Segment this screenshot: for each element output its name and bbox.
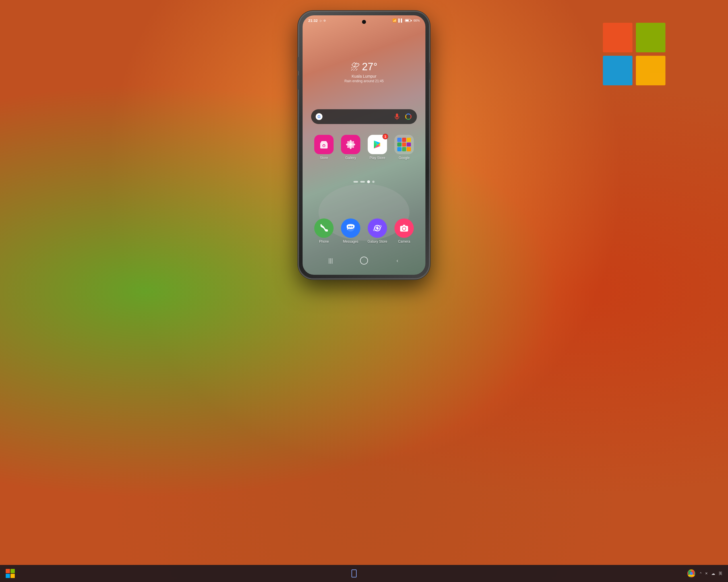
- dock-phone-label: Phone: [319, 239, 329, 244]
- taskbar-phone-icon[interactable]: [348, 568, 360, 579]
- dock-phone[interactable]: Phone: [311, 219, 337, 244]
- page-indicator-dot: [372, 181, 374, 183]
- weather-widget[interactable]: ⛈ 27° Kuala Lumpur Rain ending around 21…: [327, 61, 401, 83]
- weather-description: Rain ending around 21:45: [327, 79, 401, 83]
- windows-logo-pane-red: [603, 23, 632, 52]
- playstore-label: Play Store: [369, 156, 385, 160]
- status-icons: ▷ ⚙: [320, 19, 326, 22]
- dock-galaxy-label: Galaxy Store: [367, 239, 387, 244]
- taskbar-center: [21, 568, 687, 579]
- cloud-icon[interactable]: ☁: [711, 571, 715, 576]
- svg-point-18: [376, 227, 379, 229]
- phone-app-icon: [314, 219, 334, 238]
- home-icon: [360, 257, 368, 264]
- svg-point-22: [403, 227, 406, 230]
- gf-dot-3: [407, 138, 411, 142]
- dock-galaxy[interactable]: Galaxy Store: [365, 219, 390, 244]
- app-icon-wrap-gallery: [341, 135, 360, 154]
- camera-icon: [394, 219, 414, 238]
- gallery-label: Gallery: [345, 156, 356, 160]
- volume-up-button[interactable]: [297, 57, 298, 71]
- gf-dot-4: [397, 143, 401, 147]
- start-icon-blue: [6, 574, 10, 578]
- navigation-bar: ||| ‹: [303, 252, 425, 269]
- taskbar: ^ ✕ ☁ 英: [0, 565, 728, 582]
- battery-indicator: [405, 19, 412, 22]
- wifi-icon: 📶: [392, 19, 397, 23]
- app-store[interactable]: Store: [311, 135, 337, 160]
- app-gallery[interactable]: Gallery: [338, 135, 363, 160]
- playstore-badge: 1: [383, 134, 388, 140]
- taskbar-chrome-icon[interactable]: [687, 570, 695, 578]
- app-icon-wrap-playstore: 1: [368, 135, 387, 154]
- chevron-up-icon[interactable]: ^: [700, 572, 702, 576]
- volume-down-button[interactable]: [297, 75, 298, 90]
- phone: 21:32 ▷ ⚙ 📶 ▌▌ 66%: [298, 11, 430, 279]
- recent-icon: |||: [329, 257, 333, 264]
- power-button[interactable]: [430, 62, 431, 80]
- start-button[interactable]: [6, 569, 15, 578]
- app-grid: Store: [311, 135, 417, 160]
- store-label: Store: [320, 156, 328, 160]
- battery-percent: 66%: [414, 19, 420, 22]
- app-icon-wrap-store: [314, 135, 334, 154]
- svg-rect-0: [396, 113, 398, 118]
- app-playstore[interactable]: 1 Play Store: [365, 135, 390, 160]
- status-right-icons: 📶 ▌▌ 66%: [392, 19, 420, 23]
- weather-temperature: 27°: [362, 61, 378, 73]
- dock-camera-label: Camera: [398, 239, 410, 244]
- taskbar-right: ^ ✕ ☁ 英: [687, 570, 722, 578]
- back-icon: ‹: [396, 258, 398, 264]
- phone-screen: 21:32 ▷ ⚙ 📶 ▌▌ 66%: [303, 15, 425, 275]
- svg-point-15: [350, 226, 352, 228]
- start-icon-red: [6, 569, 10, 573]
- home-button[interactable]: [357, 255, 371, 266]
- gf-dot-2: [402, 138, 406, 142]
- dock-camera[interactable]: Camera: [391, 219, 417, 244]
- start-icon-yellow: [10, 574, 15, 578]
- store-icon: [314, 135, 334, 154]
- app-google-folder[interactable]: Google: [391, 135, 417, 160]
- taskbar-start[interactable]: [6, 569, 15, 578]
- app-icon-wrap-google: [394, 135, 414, 154]
- signal-icon: ▌▌: [398, 19, 403, 23]
- phone-taskbar-rect: [352, 570, 357, 578]
- gf-dot-1: [397, 138, 401, 142]
- search-bar[interactable]: G: [311, 109, 417, 124]
- lens-icon[interactable]: [405, 112, 412, 121]
- page-indicator-dash1: [354, 181, 358, 183]
- play-icon: ▷: [320, 19, 322, 22]
- windows-logo-pane-yellow: [636, 56, 666, 85]
- gf-dot-5: [402, 143, 406, 147]
- dock-messages[interactable]: Messages: [338, 219, 363, 244]
- svg-point-16: [352, 226, 353, 228]
- page-indicator-dot-active: [367, 180, 370, 183]
- svg-point-14: [348, 226, 350, 228]
- settings-icon: ⚙: [323, 19, 326, 22]
- page-indicator-dash2: [360, 181, 365, 183]
- gf-dot-9: [407, 147, 411, 151]
- galaxy-icon: [368, 219, 387, 238]
- gf-dot-6: [407, 143, 411, 147]
- windows-logo: [603, 23, 666, 85]
- weather-city: Kuala Lumpur: [327, 74, 401, 78]
- google-logo: G: [316, 113, 322, 120]
- windows-logo-pane-blue: [603, 56, 632, 85]
- language-icon[interactable]: 英: [719, 571, 722, 576]
- google-folder-icon: [394, 135, 414, 154]
- gf-dot-8: [402, 147, 406, 151]
- google-folder-label: Google: [399, 156, 410, 160]
- back-button[interactable]: ‹: [390, 255, 405, 266]
- page-indicator: [354, 180, 374, 183]
- front-camera: [362, 20, 366, 24]
- dock-messages-label: Messages: [343, 239, 359, 244]
- recent-apps-button[interactable]: |||: [323, 255, 338, 266]
- microphone-icon[interactable]: [393, 112, 401, 121]
- start-icon-green: [10, 569, 15, 573]
- close-tray-icon[interactable]: ✕: [705, 572, 708, 576]
- weather-icon: ⛈: [350, 62, 360, 72]
- status-time: 21:32: [308, 19, 318, 23]
- svg-rect-23: [403, 225, 405, 226]
- messages-icon: [341, 219, 360, 238]
- app-dock: Phone Messages: [311, 219, 417, 244]
